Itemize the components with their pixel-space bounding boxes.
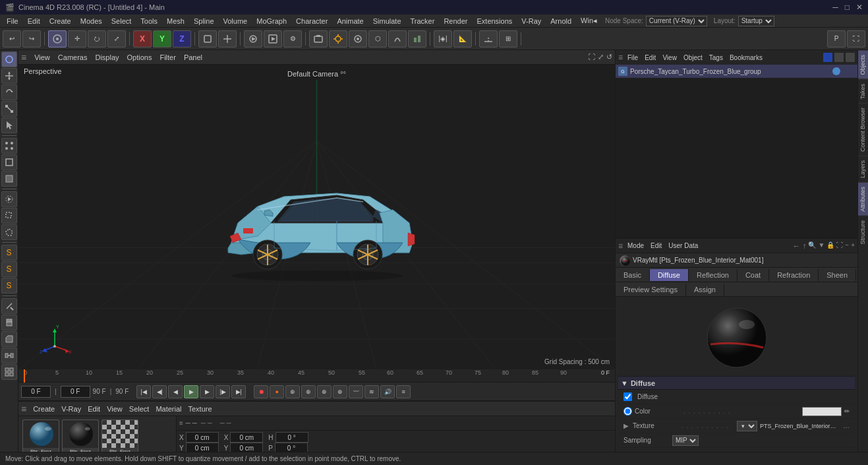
obj-object[interactable]: Object	[681, 54, 705, 61]
obj-search-icon[interactable]	[823, 53, 832, 62]
menu-extensions[interactable]: Extensions	[473, 16, 516, 26]
obj-tags[interactable]: Tags	[707, 54, 725, 61]
vp-display[interactable]: Display	[92, 53, 121, 61]
timeline-ruler[interactable]: 0 5 10 15 20 25 30 35 40 45 50 55 60 65	[18, 369, 615, 383]
expand-btn[interactable]: ⛶	[847, 30, 865, 47]
menu-mesh[interactable]: Mesh	[163, 16, 188, 26]
diffuse-enable-checkbox[interactable]	[623, 392, 632, 401]
mat-texture[interactable]: Texture	[186, 405, 215, 413]
obj-menu-icon[interactable]: ≡	[618, 53, 623, 62]
redo-btn[interactable]: ↪	[22, 30, 41, 47]
next-frame-btn[interactable]: |▶	[216, 385, 230, 398]
left-icon-box-select[interactable]	[1, 208, 17, 224]
attr-up-icon[interactable]: ↑	[802, 241, 806, 251]
right-tab-layers[interactable]: Layers	[858, 156, 868, 182]
attr-tab-diffuse[interactable]: Diffuse	[650, 269, 689, 281]
left-icon-paint[interactable]: S	[1, 245, 17, 261]
attr-plus-icon[interactable]: +	[851, 241, 855, 251]
menu-mograph[interactable]: MoGraph	[252, 16, 291, 26]
z-axis-btn[interactable]: Z	[173, 30, 191, 47]
menu-arnold[interactable]: Arnold	[546, 16, 575, 26]
color-radio[interactable]	[623, 407, 632, 416]
menu-file[interactable]: File	[3, 16, 22, 26]
right-tab-structure[interactable]: Structure	[858, 216, 868, 249]
record-btn[interactable]: ⏺	[254, 385, 268, 398]
diffuse-section-header[interactable]: ▼ Diffuse	[618, 377, 855, 390]
left-icon-smear[interactable]: S	[1, 278, 17, 294]
node-space-dropdown[interactable]: Current (V-Ray)	[646, 16, 707, 26]
vp-expand[interactable]: ⤢	[598, 53, 604, 61]
render-view-btn[interactable]	[244, 30, 262, 47]
menu-volume[interactable]: Volume	[219, 16, 252, 26]
null-btn[interactable]	[218, 30, 237, 47]
material-thumb-1[interactable]: Pts_Froz	[22, 419, 59, 456]
mat-select[interactable]: Select	[127, 405, 152, 413]
right-tab-content-browser[interactable]: Content Browser	[858, 103, 868, 156]
right-tab-objects[interactable]: Objects	[858, 50, 868, 79]
attr-user-data[interactable]: User Data	[666, 242, 700, 249]
light-btn[interactable]	[329, 30, 347, 47]
texture-dropdown[interactable]: ▾	[737, 421, 757, 431]
right-tab-takes[interactable]: Takes	[858, 79, 868, 104]
rotate-btn[interactable]: ⭮	[88, 30, 106, 47]
attr-edit[interactable]: Edit	[649, 242, 664, 249]
prev-frame-btn[interactable]: ◀|	[152, 385, 167, 398]
close-btn[interactable]: ✕	[856, 3, 863, 12]
left-icon-stamp[interactable]: S	[1, 261, 17, 277]
coord-menu-icon[interactable]: ≡	[179, 419, 183, 427]
vp-panel[interactable]: Panel	[181, 53, 205, 61]
deform-btn[interactable]	[388, 30, 407, 47]
attr-subtab-preview[interactable]: Preview Settings	[616, 284, 686, 295]
coord-h-input[interactable]	[275, 432, 308, 443]
move-btn[interactable]: ✛	[68, 30, 86, 47]
vp-filter[interactable]: Filter	[157, 53, 178, 61]
menu-animate[interactable]: Animate	[333, 16, 367, 26]
prev-key-btn[interactable]: ◀	[168, 385, 183, 398]
vp-menu-icon[interactable]: ≡	[21, 52, 26, 63]
attr-tab-sheen[interactable]: Sheen	[819, 269, 856, 281]
obj-filter-icon[interactable]	[834, 53, 844, 62]
attr-lock-icon[interactable]: 🔒	[826, 241, 834, 251]
attr-tab-basic[interactable]: Basic	[616, 269, 650, 281]
menu-vray[interactable]: V-Ray	[517, 16, 545, 26]
material-thumb-2[interactable]: Pts_Froz	[62, 419, 99, 456]
generator-btn[interactable]	[408, 30, 426, 47]
timeline-ruler-inner[interactable]: 0 5 10 15 20 25 30 35 40 45 50 55 60 65	[21, 369, 612, 383]
goto-start-btn[interactable]: |◀	[136, 385, 151, 398]
menu-spline[interactable]: Spline	[190, 16, 218, 26]
attr-minus-icon[interactable]: −	[845, 241, 849, 251]
pencil-icon[interactable]: ✏	[844, 408, 850, 415]
start-frame-input[interactable]	[21, 386, 51, 398]
autokey-btn[interactable]: ●	[270, 385, 284, 398]
undo-btn[interactable]: ↩	[3, 30, 21, 47]
goto-end-btn[interactable]: ▶|	[231, 385, 246, 398]
minimize-btn[interactable]: ─	[832, 3, 838, 12]
menu-character[interactable]: Character	[292, 16, 332, 26]
coord-x2-input[interactable]	[230, 432, 263, 443]
model-mode-btn[interactable]	[48, 30, 67, 47]
current-frame-input[interactable]	[61, 386, 90, 398]
left-icon-subd[interactable]	[1, 364, 17, 380]
addkey-pos-btn[interactable]: ⊕	[285, 385, 300, 398]
menu-edit[interactable]: Edit	[24, 16, 44, 26]
vp-options[interactable]: Options	[125, 53, 155, 61]
mat-vray[interactable]: V-Ray	[59, 405, 84, 413]
addkey-all-btn[interactable]: ⊕	[333, 385, 347, 398]
object-row-group[interactable]: G Porsche_Taycan_Turbo_Frozen_Blue_group	[616, 65, 857, 78]
addkey-rot-btn[interactable]: ⊕	[301, 385, 316, 398]
left-icon-bridge[interactable]	[1, 348, 17, 363]
motion-btn[interactable]: 〰	[349, 385, 363, 398]
mat-btn[interactable]	[349, 30, 367, 47]
attr-search-icon[interactable]: 🔍	[808, 241, 816, 251]
sampling-dropdown[interactable]: MIP	[672, 435, 699, 446]
settings-btn[interactable]: ≡	[396, 385, 411, 398]
addkey-scale-btn[interactable]: ⊕	[317, 385, 332, 398]
attr-expand-icon[interactable]: ⛶	[836, 241, 843, 251]
left-icon-knife[interactable]	[1, 298, 17, 314]
left-icon-edges[interactable]	[1, 154, 17, 170]
menu-win[interactable]: Win◂	[577, 15, 601, 26]
right-tab-attributes[interactable]: Attributes	[858, 182, 868, 216]
menu-tracker[interactable]: Tracker	[407, 16, 439, 26]
menu-modes[interactable]: Modes	[76, 16, 106, 26]
obj-scroll-icon[interactable]	[846, 53, 855, 62]
